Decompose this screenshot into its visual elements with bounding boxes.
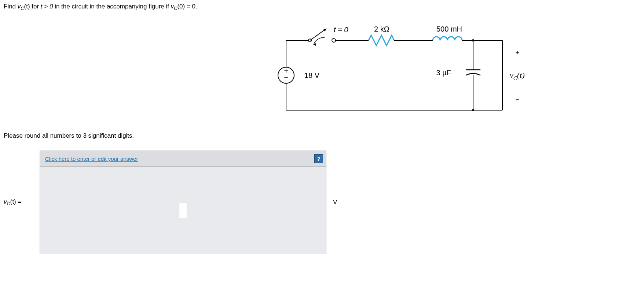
inductor-label: 500 mH — [436, 25, 462, 33]
rounding-instruction: Please round all numbers to 3 significan… — [4, 132, 640, 140]
answer-box[interactable]: Click here to enter or edit your answer … — [40, 151, 326, 254]
q-mid1: for — [30, 3, 41, 10]
help-button[interactable]: ? — [314, 154, 323, 163]
answer-edit-link[interactable]: Click here to enter or edit your answer — [45, 156, 138, 162]
ans-v: v — [4, 198, 7, 205]
ans-sub: C — [7, 201, 10, 207]
vc-label: vC(t) — [510, 70, 525, 81]
q-vc0: (0) = 0. — [177, 3, 197, 10]
resistor-icon — [369, 35, 394, 46]
circuit-figure: + − 18 V t = 0 2 kΩ 500 mH — [275, 22, 640, 117]
svg-point-12 — [472, 39, 474, 41]
answer-cursor[interactable] — [179, 203, 187, 218]
q-sub-c: C — [21, 6, 24, 11]
resistor-label: 2 kΩ — [374, 25, 389, 33]
vc-minus: − — [515, 95, 520, 104]
answer-row: vC(t) = Click here to enter or edit your… — [4, 151, 640, 254]
q-var-v2: v — [171, 3, 174, 10]
answer-body[interactable] — [40, 167, 326, 254]
source-label: 18 V — [304, 71, 320, 79]
q-tgt: t > 0 — [41, 3, 53, 10]
circuit-svg: + − 18 V t = 0 2 kΩ 500 mH — [275, 22, 539, 117]
svg-point-13 — [472, 109, 474, 111]
switch-label: t = 0 — [334, 26, 348, 34]
answer-header: Click here to enter or edit your answer … — [40, 151, 326, 167]
inductor-icon — [433, 37, 462, 40]
q-prefix: Find — [4, 3, 18, 10]
ans-t: (t) = — [10, 198, 22, 205]
q-mid2: in the circuit in the accompanying figur… — [53, 3, 171, 10]
capacitor-plate-bottom — [466, 73, 480, 75]
capacitor-label: 3 µF — [436, 69, 451, 77]
q-paren-t: (t) — [24, 3, 30, 10]
answer-label: vC(t) = — [4, 198, 36, 206]
switch-arm — [310, 29, 326, 40]
vc-plus: + — [515, 48, 520, 57]
answer-unit: V — [333, 199, 337, 206]
question-text: Find vC(t) for t > 0 in the circuit in t… — [4, 3, 640, 11]
source-minus: − — [284, 73, 288, 82]
switch-contact — [332, 39, 336, 42]
